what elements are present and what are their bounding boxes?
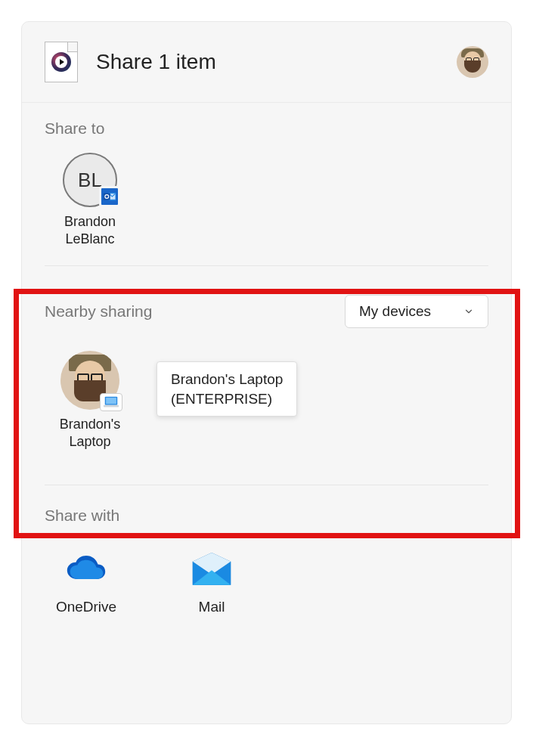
share-with-section: Share with: [22, 497, 511, 546]
divider: [45, 485, 488, 485]
svg-rect-6: [104, 405, 119, 407]
share-to-label: Share to: [45, 119, 488, 138]
share-dialog: Share 1 item Share to BL Brandon LeBlanc…: [21, 21, 512, 724]
device-tooltip: Brandon's Laptop (ENTERPRISE): [156, 361, 297, 417]
dropdown-value: My devices: [359, 303, 431, 320]
contact-brandon-leblanc[interactable]: BL Brandon LeBlanc: [45, 153, 135, 247]
mail-icon: [188, 550, 235, 590]
device-brandons-laptop[interactable]: Brandon's Laptop: [45, 351, 135, 450]
svg-rect-2: [104, 194, 110, 200]
svg-rect-5: [106, 398, 116, 404]
share-with-apps: OneDrive Mail: [22, 546, 511, 638]
app-onedrive[interactable]: OneDrive: [45, 550, 128, 615]
device-name: Brandon's Laptop: [45, 416, 135, 450]
onedrive-icon: [63, 550, 110, 590]
app-mail[interactable]: Mail: [170, 550, 253, 615]
nearby-sharing-header: Nearby sharing My devices: [22, 278, 511, 336]
share-with-label: Share with: [45, 507, 488, 525]
dialog-header: Share 1 item: [22, 22, 511, 103]
share-to-section: Share to BL Brandon LeBlanc: [22, 103, 511, 253]
nearby-sharing-label: Nearby sharing: [45, 302, 152, 321]
dialog-title: Share 1 item: [96, 50, 457, 74]
chevron-down-icon: [463, 306, 474, 317]
contact-name: Brandon LeBlanc: [45, 213, 135, 247]
file-thumbnail-icon: [45, 42, 78, 82]
outlook-badge-icon: [99, 186, 120, 207]
nearby-scope-dropdown[interactable]: My devices: [345, 295, 488, 328]
nearby-devices-row: Brandon's Laptop Brandon's Laptop (ENTER…: [22, 336, 511, 472]
user-avatar[interactable]: [457, 46, 488, 78]
divider: [45, 265, 488, 266]
laptop-badge-icon: [100, 393, 122, 411]
contact-avatar-initials: BL: [63, 153, 117, 207]
app-label: OneDrive: [45, 599, 128, 615]
device-avatar: [60, 351, 119, 410]
app-label: Mail: [170, 599, 253, 615]
